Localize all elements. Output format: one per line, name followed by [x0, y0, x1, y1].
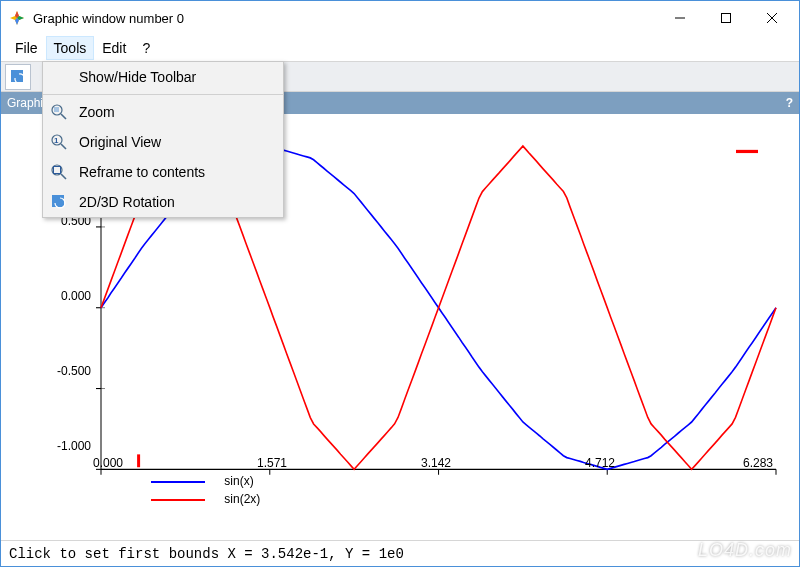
- legend-entry-sin2x: sin(2x): [151, 492, 260, 506]
- xtick-label: 4.712: [585, 456, 615, 470]
- ytick-label: -1.000: [57, 439, 91, 453]
- xtick-label: 6.283: [743, 456, 773, 470]
- menu-item-label: Show/Hide Toolbar: [79, 69, 196, 85]
- svg-line-33: [61, 174, 66, 179]
- rotation-tool-button[interactable]: [5, 64, 31, 90]
- titlebar[interactable]: Graphic window number 0: [1, 1, 799, 35]
- graphics-help-icon[interactable]: ?: [786, 96, 793, 110]
- maximize-button[interactable]: [703, 2, 749, 34]
- svg-line-30: [61, 144, 66, 149]
- menu-item-showhide-toolbar[interactable]: Show/Hide Toolbar: [43, 62, 283, 92]
- menu-item-zoom[interactable]: Zoom: [43, 97, 283, 127]
- menu-item-label: Zoom: [79, 104, 115, 120]
- menu-tools[interactable]: Tools: [46, 36, 95, 60]
- close-button[interactable]: [749, 2, 795, 34]
- menu-item-reframe[interactable]: Reframe to contents: [43, 157, 283, 187]
- svg-rect-28: [54, 107, 59, 112]
- menu-help[interactable]: ?: [134, 36, 158, 60]
- rotation-icon: [49, 192, 69, 212]
- zoom-icon: [49, 102, 69, 122]
- original-view-icon: 1: [49, 132, 69, 152]
- ytick-label: 0.000: [61, 289, 91, 303]
- window-controls: [657, 2, 795, 34]
- legend-label: sin(x): [224, 474, 253, 488]
- xtick-label: 3.142: [421, 456, 451, 470]
- ytick-label: -0.500: [57, 364, 91, 378]
- blank-icon: [49, 67, 69, 87]
- svg-rect-8: [11, 70, 23, 82]
- menu-edit[interactable]: Edit: [94, 36, 134, 60]
- app-icon: [9, 10, 25, 26]
- svg-rect-34: [54, 167, 61, 174]
- svg-rect-5: [722, 14, 731, 23]
- svg-rect-35: [52, 195, 64, 207]
- status-bar: Click to set first bounds X = 3.542e-1, …: [1, 540, 799, 566]
- menu-item-label: 2D/3D Rotation: [79, 194, 175, 210]
- menu-file[interactable]: File: [7, 36, 46, 60]
- rotation-icon: [9, 68, 27, 86]
- reframe-icon: [49, 162, 69, 182]
- tools-dropdown: Show/Hide Toolbar Zoom 1 Original View R…: [42, 61, 284, 218]
- menu-item-original-view[interactable]: 1 Original View: [43, 127, 283, 157]
- legend-line-icon: [151, 499, 205, 501]
- minimize-button[interactable]: [657, 2, 703, 34]
- menu-item-rotation[interactable]: 2D/3D Rotation: [43, 187, 283, 217]
- menubar: File Tools Edit ?: [1, 35, 799, 62]
- menu-item-label: Reframe to contents: [79, 164, 205, 180]
- legend-label: sin(2x): [224, 492, 260, 506]
- window-title: Graphic window number 0: [33, 11, 657, 26]
- svg-line-27: [61, 114, 66, 119]
- legend-entry-sinx: sin(x): [151, 474, 254, 488]
- status-text: Click to set first bounds X = 3.542e-1, …: [9, 546, 404, 562]
- xtick-label: 1.571: [257, 456, 287, 470]
- legend-line-icon: [151, 481, 205, 483]
- menu-separator: [43, 94, 283, 95]
- menu-item-label: Original View: [79, 134, 161, 150]
- xtick-label: 0.000: [93, 456, 123, 470]
- svg-text:1: 1: [54, 136, 59, 145]
